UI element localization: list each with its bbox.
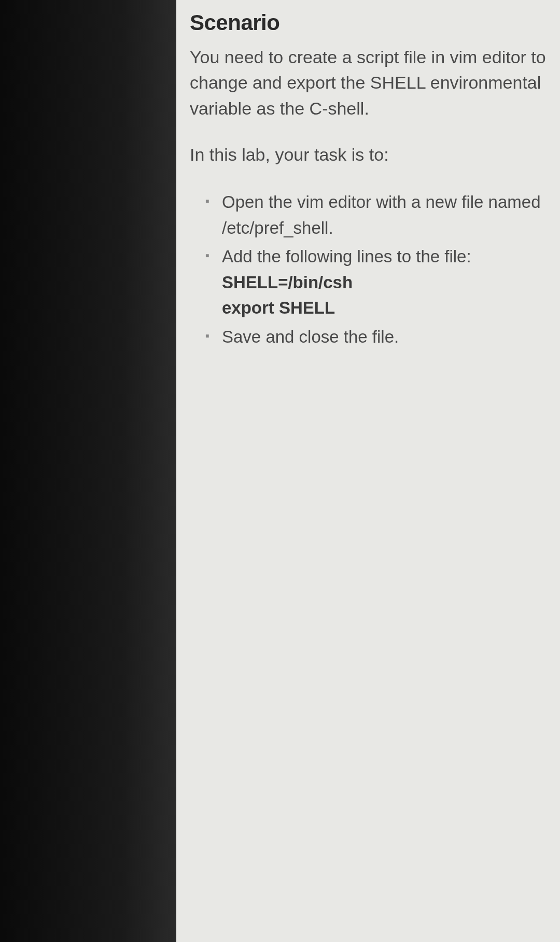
left-dark-panel bbox=[0, 0, 176, 942]
task-list: Open the vim editor with a new file name… bbox=[190, 189, 551, 349]
code-line: SHELL=/bin/csh bbox=[222, 270, 551, 296]
task-text: Save and close the file. bbox=[222, 327, 399, 346]
scenario-intro: You need to create a script file in vim … bbox=[190, 45, 551, 121]
task-item: Open the vim editor with a new file name… bbox=[205, 189, 551, 241]
scenario-heading: Scenario bbox=[190, 10, 551, 35]
content-panel: Scenario You need to create a script fil… bbox=[176, 0, 560, 942]
task-prompt: In this lab, your task is to: bbox=[190, 142, 551, 167]
code-line: export SHELL bbox=[222, 295, 551, 321]
task-text: Open the vim editor with a new file name… bbox=[222, 192, 540, 237]
task-item: Add the following lines to the file: SHE… bbox=[205, 244, 551, 321]
task-text: Add the following lines to the file: bbox=[222, 247, 471, 266]
task-item: Save and close the file. bbox=[205, 324, 551, 350]
